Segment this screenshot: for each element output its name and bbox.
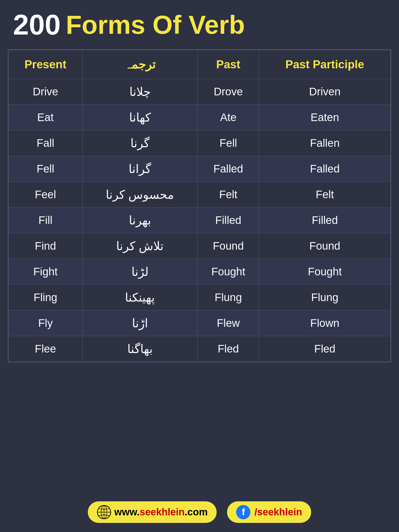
- cell-urdu: بھاگنا: [82, 336, 197, 362]
- website-prefix: www.: [114, 507, 140, 517]
- globe-icon: [97, 505, 111, 519]
- cell-present: Fly: [9, 310, 83, 336]
- cell-past: Falled: [197, 156, 259, 182]
- cell-present: Eat: [9, 105, 83, 130]
- cell-urdu: اڑنا: [82, 310, 197, 336]
- cell-participle: Flown: [259, 310, 390, 336]
- cell-present: Fell: [9, 156, 83, 182]
- table-row: FleeبھاگناFledFled: [9, 336, 391, 362]
- col-present: Present: [9, 50, 83, 79]
- page-footer: www.seekhlein.com f /seekhlein: [0, 495, 399, 532]
- cell-past: Fled: [197, 336, 259, 362]
- cell-present: Find: [9, 233, 83, 259]
- cell-participle: Filled: [259, 208, 390, 233]
- cell-present: Fling: [9, 285, 83, 310]
- header-number: 200: [13, 10, 61, 39]
- facebook-badge[interactable]: f /seekhlein: [227, 501, 311, 523]
- cell-present: Flee: [9, 336, 83, 362]
- table-header-row: Present ترجمہ Past Past Participle: [9, 50, 391, 79]
- col-urdu: ترجمہ: [82, 50, 197, 79]
- cell-present: Fall: [9, 130, 83, 156]
- cell-urdu: کھانا: [82, 105, 197, 130]
- cell-participle: Flung: [259, 285, 390, 310]
- table-row: DriveچلاناDroveDriven: [9, 79, 391, 105]
- cell-participle: Fled: [259, 336, 390, 362]
- cell-urdu: محسوس کرنا: [82, 182, 197, 208]
- website-domain: seekhlein: [140, 507, 185, 517]
- cell-participle: Fought: [259, 259, 390, 285]
- website-badge[interactable]: www.seekhlein.com: [88, 501, 217, 523]
- cell-urdu: گرانا: [82, 156, 197, 182]
- cell-participle: Fallen: [259, 130, 390, 156]
- cell-urdu: بھرنا: [82, 208, 197, 233]
- table-row: EatکھاناAteEaten: [9, 105, 391, 130]
- cell-past: Ate: [197, 105, 259, 130]
- cell-urdu: پھینکنا: [82, 285, 197, 310]
- cell-past: Found: [197, 233, 259, 259]
- table-row: Feelمحسوس کرناFeltFelt: [9, 182, 391, 208]
- cell-present: Fight: [9, 259, 83, 285]
- verb-table-wrapper: Present ترجمہ Past Past Participle Drive…: [8, 49, 391, 362]
- cell-present: Fill: [9, 208, 83, 233]
- table-row: FallگرناFellFallen: [9, 130, 391, 156]
- facebook-handle: /seekhlein: [254, 507, 302, 517]
- cell-past: Fought: [197, 259, 259, 285]
- cell-participle: Eaten: [259, 105, 390, 130]
- table-row: FightلڑناFoughtFought: [9, 259, 391, 285]
- cell-urdu: چلانا: [82, 79, 197, 105]
- website-text: www.seekhlein.com: [114, 507, 208, 518]
- cell-past: Flung: [197, 285, 259, 310]
- cell-urdu: لڑنا: [82, 259, 197, 285]
- col-past: Past: [197, 50, 259, 79]
- cell-urdu: گرنا: [82, 130, 197, 156]
- page-header: 200 Forms Of Verb: [0, 0, 399, 47]
- table-row: FlyاڑناFlewFlown: [9, 310, 391, 336]
- table-row: Findتلاش کرناFoundFound: [9, 233, 391, 259]
- table-row: FlingپھینکناFlungFlung: [9, 285, 391, 310]
- cell-past: Fell: [197, 130, 259, 156]
- table-row: FellگراناFalledFalled: [9, 156, 391, 182]
- cell-participle: Driven: [259, 79, 390, 105]
- table-row: FillبھرناFilledFilled: [9, 208, 391, 233]
- cell-participle: Found: [259, 233, 390, 259]
- header-title: Forms Of Verb: [66, 12, 245, 38]
- cell-past: Flew: [197, 310, 259, 336]
- cell-urdu: تلاش کرنا: [82, 233, 197, 259]
- facebook-icon: f: [236, 505, 250, 519]
- cell-present: Feel: [9, 182, 83, 208]
- cell-participle: Felt: [259, 182, 390, 208]
- cell-past: Drove: [197, 79, 259, 105]
- website-tld: .com: [185, 507, 208, 517]
- col-participle: Past Participle: [259, 50, 390, 79]
- cell-past: Filled: [197, 208, 259, 233]
- cell-present: Drive: [9, 79, 83, 105]
- facebook-text: /seekhlein: [254, 507, 302, 518]
- cell-past: Felt: [197, 182, 259, 208]
- cell-participle: Falled: [259, 156, 390, 182]
- verb-table: Present ترجمہ Past Past Participle Drive…: [8, 50, 391, 362]
